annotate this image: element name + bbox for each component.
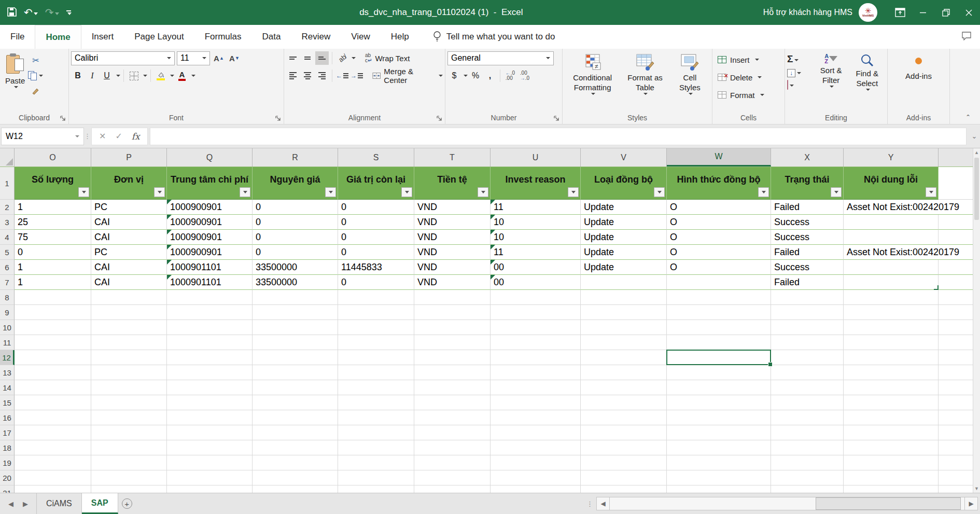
format-as-table-button[interactable]: Format as Table <box>621 51 669 112</box>
cell-blank[interactable] <box>939 275 973 290</box>
formula-input[interactable] <box>150 128 967 145</box>
tell-me-box[interactable]: Tell me what you want to do <box>433 25 555 49</box>
cell-Y10[interactable] <box>844 320 939 335</box>
filter-dropdown-icon[interactable] <box>831 187 842 197</box>
cell-Q7[interactable]: 1000901101 <box>167 275 253 290</box>
cell-R15[interactable] <box>253 395 338 410</box>
cell-X21[interactable] <box>771 485 844 493</box>
cell-O11[interactable] <box>15 335 91 350</box>
cell-R17[interactable] <box>253 425 338 440</box>
cell-Q19[interactable] <box>167 455 253 470</box>
expand-formula-bar-icon[interactable]: ⌄ <box>969 132 980 140</box>
cell-blank[interactable] <box>939 395 973 410</box>
cell-X8[interactable] <box>771 290 844 305</box>
font-name-combo[interactable]: Calibri <box>71 51 175 65</box>
cell-styles-button[interactable]: Cell Styles <box>670 51 709 112</box>
cell-Q16[interactable] <box>167 410 253 425</box>
borders-button[interactable] <box>127 69 141 82</box>
cell-T21[interactable] <box>414 485 491 493</box>
decrease-font-size-button[interactable]: A▼ <box>228 51 241 65</box>
prev-sheet-icon[interactable]: ◀ <box>8 500 13 508</box>
column-header-T[interactable]: T <box>414 148 491 166</box>
cell-P13[interactable] <box>91 365 167 380</box>
cell-R10[interactable] <box>253 320 338 335</box>
cell-O16[interactable] <box>15 410 91 425</box>
cell-O21[interactable] <box>15 485 91 493</box>
column-header-U[interactable]: U <box>491 148 581 166</box>
column-header-S[interactable]: S <box>338 148 414 166</box>
cell-Y15[interactable] <box>844 395 939 410</box>
sheet-tab-ciams[interactable]: CiAMS <box>36 493 82 514</box>
vertical-scroll-thumb[interactable] <box>974 158 979 220</box>
tab-formulas[interactable]: Formulas <box>194 25 252 49</box>
cell-W3[interactable]: O <box>667 215 771 230</box>
row-header-11[interactable]: 11 <box>0 335 15 350</box>
cell-Q9[interactable] <box>167 305 253 320</box>
tab-insert[interactable]: Insert <box>81 25 124 49</box>
row-header-16[interactable]: 16 <box>0 410 15 425</box>
merge-center-button[interactable]: Merge & Center <box>372 69 443 82</box>
row-header-17[interactable]: 17 <box>0 425 15 440</box>
cell-T20[interactable] <box>414 470 491 485</box>
cell-Y18[interactable] <box>844 440 939 455</box>
cell-blank[interactable] <box>939 305 973 320</box>
increase-decimal-button[interactable]: ←.0.00 <box>503 69 517 82</box>
cell-Y3[interactable] <box>844 215 939 230</box>
row-header-15[interactable]: 15 <box>0 395 15 410</box>
cell-V12[interactable] <box>581 350 667 365</box>
header-cell-S1[interactable]: Giá trị còn lại <box>338 167 414 200</box>
header-cell-Q1[interactable]: Trung tâm chi phí <box>167 167 253 200</box>
cell-V7[interactable] <box>581 275 667 290</box>
align-center-button[interactable] <box>301 69 314 82</box>
horizontal-scrollbar[interactable]: ◀ ▶ <box>596 493 980 514</box>
cell-Y4[interactable] <box>844 230 939 245</box>
close-button[interactable] <box>957 0 980 25</box>
row-header-12[interactable]: 12 <box>0 350 15 365</box>
cell-R13[interactable] <box>253 365 338 380</box>
conditional-formatting-button[interactable]: ≠ Conditional Formatting <box>566 51 620 112</box>
cell-U14[interactable] <box>491 380 581 395</box>
header-cell-V1[interactable]: Loại đồng bộ <box>581 167 667 200</box>
row-header-1[interactable]: 1 <box>0 167 15 200</box>
cell-S10[interactable] <box>338 320 414 335</box>
cell-blank[interactable] <box>939 410 973 425</box>
cell-V8[interactable] <box>581 290 667 305</box>
cell-T9[interactable] <box>414 305 491 320</box>
cell-Q21[interactable] <box>167 485 253 493</box>
cell-R3[interactable]: 0 <box>253 215 338 230</box>
cell-U4[interactable]: 10 <box>491 230 581 245</box>
cell-V11[interactable] <box>581 335 667 350</box>
cell-R14[interactable] <box>253 380 338 395</box>
insert-function-icon[interactable]: fx <box>132 131 140 142</box>
column-header-partial[interactable] <box>939 148 974 166</box>
cell-S18[interactable] <box>338 440 414 455</box>
cell-Q4[interactable]: 1000900901 <box>167 230 253 245</box>
row-header-4[interactable]: 4 <box>0 230 15 245</box>
font-color-button[interactable]: A <box>175 69 189 82</box>
cell-V4[interactable]: Update <box>581 230 667 245</box>
cell-P11[interactable] <box>91 335 167 350</box>
cell-blank[interactable] <box>939 320 973 335</box>
cell-V16[interactable] <box>581 410 667 425</box>
cell-T11[interactable] <box>414 335 491 350</box>
cell-X3[interactable]: Success <box>771 215 844 230</box>
cell-P18[interactable] <box>91 440 167 455</box>
cell-Y12[interactable] <box>844 350 939 365</box>
comment-icon[interactable] <box>961 31 972 43</box>
cell-T13[interactable] <box>414 365 491 380</box>
cell-W17[interactable] <box>667 425 771 440</box>
cell-V14[interactable] <box>581 380 667 395</box>
tab-data[interactable]: Data <box>252 25 291 49</box>
scroll-down-icon[interactable]: ▼ <box>973 484 980 493</box>
cell-S19[interactable] <box>338 455 414 470</box>
cell-Q15[interactable] <box>167 395 253 410</box>
cell-W19[interactable] <box>667 455 771 470</box>
cell-blank[interactable] <box>939 380 973 395</box>
horizontal-scroll-thumb[interactable] <box>816 497 961 510</box>
cell-W20[interactable] <box>667 470 771 485</box>
cell-X19[interactable] <box>771 455 844 470</box>
cell-R11[interactable] <box>253 335 338 350</box>
cell-X14[interactable] <box>771 380 844 395</box>
cell-Q3[interactable]: 1000900901 <box>167 215 253 230</box>
cell-S12[interactable] <box>338 350 414 365</box>
